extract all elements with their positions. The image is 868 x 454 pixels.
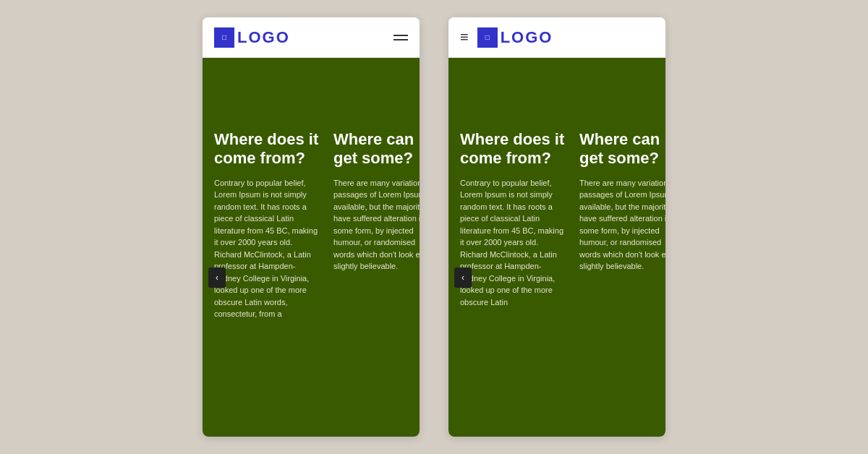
content-inner-1: ‹ Where does it come from? Contrary to p… <box>203 58 420 437</box>
column-right-1: Where can get some? There are many varia… <box>333 130 420 425</box>
phone-frame-2: ≡ □ LOGO ‹ Where does it come from? Cont… <box>448 17 665 437</box>
logo-area-2: □ LOGO <box>477 27 553 48</box>
logo-text-2: LOGO <box>501 28 553 47</box>
section-body-right-2: There are many variations of passages of… <box>579 177 665 273</box>
section-title-left-2: Where does it come from? <box>460 130 565 168</box>
phone-frame-1: □ LOGO ‹ Where does it come from? Contra… <box>203 17 420 437</box>
section-title-right-1: Where can get some? <box>333 130 420 168</box>
phone-header-1: □ LOGO <box>203 17 420 58</box>
column-right-2: Where can get some? There are many varia… <box>579 130 665 425</box>
logo-icon-2: □ <box>477 27 498 48</box>
section-body-right-1: There are many variations of passages of… <box>333 177 420 273</box>
phone-content-2: ‹ Where does it come from? Contrary to p… <box>448 58 665 437</box>
column-left-1: ‹ Where does it come from? Contrary to p… <box>214 130 319 425</box>
section-body-left-2: Contrary to popular belief, Lorem Ipsum … <box>460 177 565 309</box>
logo-icon-1: □ <box>214 27 234 48</box>
phone-content-1: ‹ Where does it come from? Contrary to p… <box>203 58 420 437</box>
nav-arrow-left-2[interactable]: ‹ <box>454 267 472 288</box>
phone-header-2: ≡ □ LOGO <box>448 17 665 58</box>
hamburger-line-2 <box>393 39 408 40</box>
section-body-left-1: Contrary to popular belief, Lorem Ipsum … <box>214 177 319 320</box>
content-inner-2: ‹ Where does it come from? Contrary to p… <box>448 58 665 437</box>
logo-area-1: □ LOGO <box>214 27 290 48</box>
section-title-right-2: Where can get some? <box>579 130 665 168</box>
section-title-left-1: Where does it come from? <box>214 130 319 168</box>
column-left-2: ‹ Where does it come from? Contrary to p… <box>460 130 565 425</box>
logo-text-1: LOGO <box>237 28 290 47</box>
nav-arrow-left-1[interactable]: ‹ <box>208 267 226 288</box>
hamburger-button-2[interactable]: ≡ <box>460 29 469 46</box>
hamburger-line-1 <box>393 35 408 36</box>
hamburger-button-1[interactable] <box>393 35 408 40</box>
